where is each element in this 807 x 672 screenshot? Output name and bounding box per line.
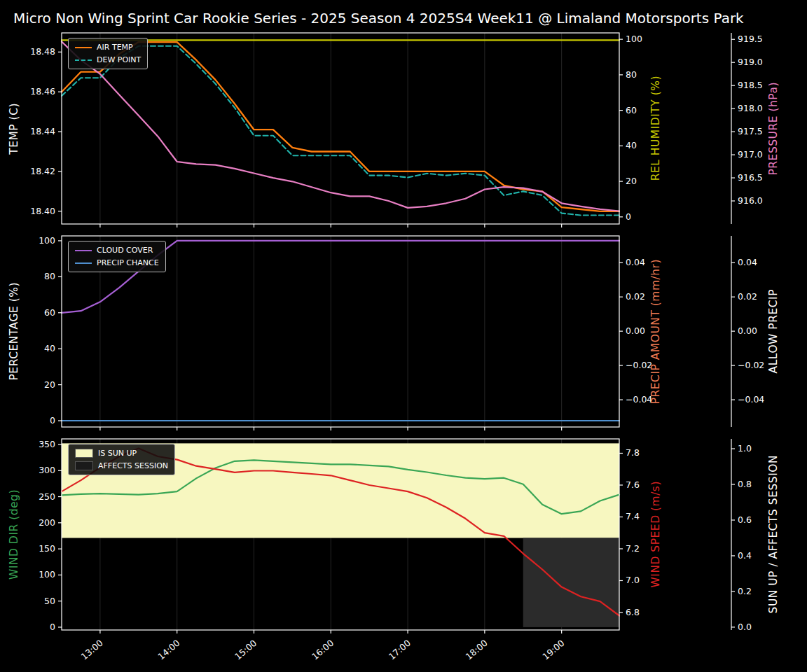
legend-label: PRECIP CHANCE	[97, 258, 159, 267]
percentage-axis-label: PERCENTAGE (%)	[8, 282, 20, 381]
x-tick-label: 18:00	[464, 638, 490, 662]
x-tick-label: 17:00	[387, 638, 413, 662]
tick-label-right-inner: 7.6	[626, 479, 640, 490]
sun-up-patch-swatch	[75, 449, 93, 458]
air-temp-line-swatch	[75, 47, 92, 48]
legend-label: IS SUN UP	[98, 449, 137, 458]
legend-cloud-precip: CLOUD COVER PRECIP CHANCE	[68, 241, 166, 272]
tick-label-left: 100	[39, 235, 55, 246]
tick-label-left: 18.42	[30, 166, 55, 176]
tick-label-right-inner: 60	[626, 105, 637, 115]
tick-label-right-offset: 919.5	[738, 34, 763, 44]
tick-label-right-inner: 7.8	[626, 447, 640, 458]
sun-up-axis-label: SUN UP / AFFECTS SESSION	[767, 455, 780, 613]
tick-label-left: 18.44	[30, 126, 55, 136]
tick-label-right-offset: 0.2	[738, 586, 752, 596]
temp-axis-label: TEMP (C)	[8, 103, 20, 155]
tick-label-right-offset: 918.5	[738, 80, 763, 90]
tick-label-left: 0	[50, 415, 55, 426]
chart-canvas: 18.4018.4218.4418.4618.48020406080100916…	[0, 0, 807, 672]
tick-label-left: 100	[39, 569, 55, 580]
legend-item-dew-point: DEW POINT	[75, 55, 141, 64]
x-tick-label: 13:00	[79, 638, 105, 662]
legend-label: AIR TEMP	[97, 43, 133, 52]
precip-amount-axis-label: PRECIP AMOUNT (mm/hr)	[649, 259, 662, 404]
tick-label-right-inner: 100	[626, 34, 642, 44]
temp-axis-label-wrap: TEMP (C)	[4, 33, 24, 224]
tick-label-left: 150	[39, 543, 55, 554]
legend-wind-sun: IS SUN UP AFFECTS SESSION	[68, 444, 175, 475]
legend-item-cloud-cover: CLOUD COVER	[75, 246, 159, 255]
wind-speed-axis-label: WIND SPEED (m/s)	[649, 481, 662, 587]
legend-item-affects-session: AFFECTS SESSION	[75, 461, 168, 470]
tick-label-right-inner: 0.02	[626, 291, 645, 302]
tick-label-left: 200	[39, 517, 55, 528]
x-tick-label: 19:00	[540, 638, 566, 662]
tick-label-left: 18.40	[30, 206, 55, 216]
tick-label-right-inner: 6.8	[626, 607, 640, 617]
tick-label-right-inner: 80	[626, 69, 637, 80]
legend-label: CLOUD COVER	[97, 246, 153, 255]
tick-label-left: 60	[44, 307, 55, 318]
tick-label-right-offset: 0.02	[738, 291, 757, 302]
tick-label-right-offset: 0.04	[738, 257, 757, 267]
tick-label-left: 20	[44, 379, 55, 390]
tick-label-right-offset: 1.0	[738, 443, 752, 454]
sun-up-axis-label-wrap: SUN UP / AFFECTS SESSION	[764, 439, 783, 630]
tick-label-left: 18.48	[30, 46, 55, 57]
tick-label-right-inner: 7.4	[626, 511, 640, 522]
tick-label-right-inner: 40	[626, 140, 637, 150]
tick-label-right-offset: −0.04	[738, 394, 764, 405]
tick-label-right-offset: 919.0	[738, 57, 763, 67]
x-tick-label: 15:00	[233, 638, 258, 662]
tick-label-right-inner: 7.0	[626, 575, 640, 585]
tick-label-right-offset: 917.5	[738, 126, 763, 136]
tick-label-right-inner: 20	[626, 176, 637, 186]
tick-label-left: 0	[50, 622, 55, 632]
tick-label-right-offset: 0.00	[738, 326, 757, 336]
tick-label-right-offset: −0.02	[738, 360, 764, 370]
pressure-axis-label-wrap: PRESSURE (hPa)	[764, 33, 783, 224]
tick-label-right-offset: 916.5	[738, 172, 763, 183]
pressure-axis-label: PRESSURE (hPa)	[767, 82, 780, 176]
affects-session-patch-swatch	[75, 461, 93, 470]
band-affects-session	[523, 538, 619, 626]
cloud-cover-line-swatch	[75, 250, 92, 251]
precip-chance-line-swatch	[75, 262, 92, 264]
legend-temperature: AIR TEMP DEW POINT	[68, 38, 148, 69]
tick-label-right-inner: 0.00	[626, 326, 645, 336]
tick-label-left: 18.46	[30, 86, 55, 97]
legend-item-air-temp: AIR TEMP	[75, 43, 141, 52]
legend-label: DEW POINT	[97, 55, 141, 64]
tick-label-left: 50	[44, 596, 55, 606]
tick-label-right-inner: 0.04	[626, 257, 645, 267]
tick-label-right-offset: 916.0	[738, 195, 763, 206]
tick-label-right-offset: 0.8	[738, 479, 752, 489]
tick-label-right-offset: 0.6	[738, 514, 752, 525]
legend-label: AFFECTS SESSION	[98, 461, 168, 470]
humidity-axis-label: REL HUMIDITY (%)	[649, 76, 662, 181]
allow-precip-axis-label-wrap: ALLOW PRECIP	[764, 236, 783, 427]
wind-dir-axis-label: WIND DIR (deg)	[8, 489, 20, 580]
wind-dir-axis-label-wrap: WIND DIR (deg)	[4, 439, 24, 630]
tick-label-left: 40	[44, 343, 55, 354]
percentage-axis-label-wrap: PERCENTAGE (%)	[4, 236, 24, 427]
dew-point-line-swatch	[75, 59, 92, 61]
tick-label-right-offset: 917.0	[738, 149, 763, 160]
tick-label-left: 350	[39, 439, 55, 449]
tick-label-right-inner: 0	[626, 211, 631, 222]
x-tick-label: 14:00	[156, 638, 181, 662]
x-tick-label: 16:00	[310, 638, 336, 662]
legend-item-is-sun-up: IS SUN UP	[75, 449, 168, 458]
tick-label-left: 80	[44, 271, 55, 281]
allow-precip-axis-label: ALLOW PRECIP	[767, 289, 780, 373]
legend-item-precip-chance: PRECIP CHANCE	[75, 258, 159, 267]
tick-label-right-offset: 0.4	[738, 550, 752, 561]
tick-label-right-offset: 918.0	[738, 103, 763, 113]
humidity-axis-label-wrap: REL HUMIDITY (%)	[646, 33, 665, 224]
wind-speed-axis-label-wrap: WIND SPEED (m/s)	[646, 439, 665, 630]
precip-amount-axis-label-wrap: PRECIP AMOUNT (mm/hr)	[646, 236, 665, 427]
tick-label-left: 250	[39, 491, 55, 502]
tick-label-right-offset: 0.0	[738, 622, 752, 632]
tick-label-left: 300	[39, 465, 55, 475]
